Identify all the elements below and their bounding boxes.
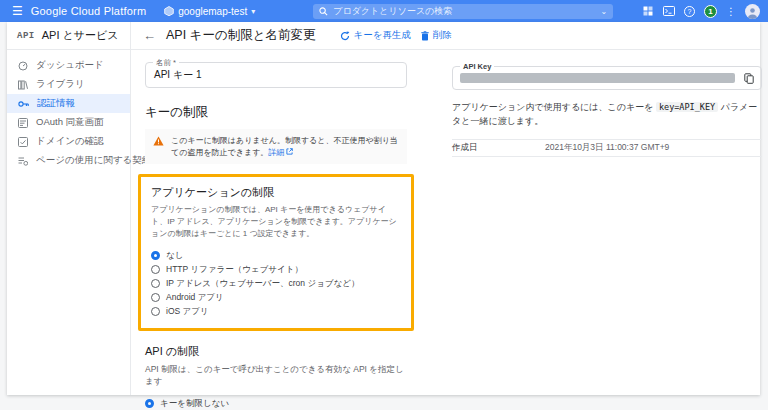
sidebar-item-label: 認証情報 — [37, 97, 75, 110]
chevron-down-icon: ▾ — [251, 7, 255, 16]
sidebar-item-label: ライブラリ — [36, 78, 85, 91]
trash-icon — [421, 31, 429, 41]
created-date-label: 作成日 — [452, 142, 545, 154]
delete-key-label: 削除 — [433, 29, 452, 42]
back-arrow-icon[interactable]: ← — [143, 28, 156, 43]
more-options-icon[interactable]: ⋮ — [726, 6, 736, 17]
radio-icon — [151, 293, 160, 302]
agreement-doc-icon — [18, 156, 28, 166]
application-restrictions-description: アプリケーションの制限では、API キーを使用できるウェブサイト、IP アドレス… — [151, 204, 401, 240]
sidebar-item-library[interactable]: ライブラリ — [7, 75, 130, 94]
radio-option-label: IP アドレス（ウェブサーバー、cron ジョブなど） — [166, 278, 359, 290]
warning-details-link[interactable]: 詳細 — [268, 148, 284, 157]
sidebar-item-label: ダッシュボード — [36, 59, 104, 72]
main-panel: ← API キーの制限と名前変更 キーを再生成 削除 名前 * API キー 1 — [131, 22, 760, 395]
sidebar-header: API API とサービス — [7, 22, 130, 50]
gcp-console-screen: ☰ Google Cloud Platform googlemap-test ▾… — [0, 0, 768, 410]
external-link-icon — [286, 148, 293, 155]
topbar-actions: ? 1 ⋮ — [642, 4, 760, 19]
search-bar[interactable]: ⌄ — [313, 4, 613, 19]
consent-screen-icon — [18, 118, 28, 128]
radio-selected-icon — [145, 399, 154, 408]
radio-option-label: なし — [166, 250, 183, 262]
avatar[interactable] — [745, 4, 760, 19]
api-restrictions-title: API の制限 — [145, 344, 407, 359]
application-restrictions-radio-group: なし HTTP リファラー（ウェブサイト） IP アドレス（ウェブサーバー、cr… — [151, 249, 401, 318]
api-key-code-chip: key=API_KEY — [656, 102, 718, 112]
dashboard-icon — [18, 61, 28, 71]
sidebar-nav: ダッシュボード ライブラリ 認証情報 OAuth 同意画面 ドメインの確認 — [7, 50, 130, 170]
project-hexagon-icon — [164, 6, 174, 16]
warning-text-wrap: このキーに制限はありません。制限すると、不正使用や割り当ての盗用を防止できます。… — [171, 135, 399, 158]
sidebar-item-label: ドメインの確認 — [36, 135, 104, 148]
cloud-shell-grid-icon[interactable] — [642, 5, 654, 17]
main-body: 名前 * API キー 1 キーの制限 このキーに制限はありません。制限すると、… — [131, 50, 760, 410]
restrictions-form: 名前 * API キー 1 キーの制限 このキーに制限はありません。制限すると、… — [145, 62, 407, 410]
refresh-icon — [340, 31, 350, 41]
api-key-masked-value — [460, 73, 735, 83]
radio-option-label: Android アプリ — [166, 292, 224, 304]
radio-option-label: iOS アプリ — [166, 306, 209, 318]
project-name: googlemap-test — [178, 6, 247, 17]
sidebar-item-oauth-consent[interactable]: OAuth 同意画面 — [7, 113, 130, 132]
radio-option-ip-address[interactable]: IP アドレス（ウェブサーバー、cron ジョブなど） — [151, 277, 401, 290]
api-key-usage-text: アプリケーション内で使用するには、このキーを key=API_KEY パラメータ… — [452, 101, 762, 129]
radio-option-android-app[interactable]: Android アプリ — [151, 291, 401, 304]
name-field[interactable]: 名前 * API キー 1 — [145, 62, 407, 88]
page-title: API キーの制限と名前変更 — [166, 27, 316, 44]
project-selector[interactable]: googlemap-test ▾ — [164, 6, 255, 17]
sidebar-item-page-usage-agreements[interactable]: ページの使用に関する契約 — [7, 151, 130, 170]
name-field-label: 名前 * — [153, 58, 179, 68]
person-icon — [746, 6, 759, 19]
radio-selected-icon — [151, 251, 160, 260]
terminal-icon[interactable] — [663, 5, 675, 17]
sidebar: API API とサービス ダッシュボード ライブラリ 認証情報 — [7, 22, 131, 395]
radio-option-ios-app[interactable]: iOS アプリ — [151, 305, 401, 318]
radio-option-none[interactable]: なし — [151, 249, 401, 262]
brand-title: Google Cloud Platform — [31, 5, 146, 17]
api-product-icon: API — [17, 31, 35, 41]
sidebar-product-title: API とサービス — [42, 28, 119, 43]
api-key-panel: API Key アプリケーション内で使用するには、このキーを key=API_K… — [452, 62, 762, 410]
content-card: API API とサービス ダッシュボード ライブラリ 認証情報 — [7, 22, 760, 395]
key-restrictions-title: キーの制限 — [145, 104, 407, 121]
warning-text: このキーに制限はありません。制限すると、不正使用や割り当ての盗用を防止できます。 — [171, 136, 398, 157]
copy-icon[interactable] — [744, 73, 754, 84]
api-restrictions-description: API 制限は、このキーで呼び出すことのできる有効な API を指定します — [145, 364, 407, 388]
search-icon — [319, 7, 328, 16]
radio-option-http-referrer[interactable]: HTTP リファラー（ウェブサイト） — [151, 263, 401, 276]
sidebar-item-dashboard[interactable]: ダッシュボード — [7, 56, 130, 75]
search-expand-icon[interactable]: ⌄ — [601, 7, 608, 16]
api-key-field: API Key — [452, 66, 762, 90]
radio-icon — [151, 279, 160, 288]
application-restrictions-title: アプリケーションの制限 — [151, 185, 401, 200]
search-input[interactable] — [333, 6, 595, 16]
domain-check-icon — [18, 137, 28, 147]
page-header: ← API キーの制限と名前変更 キーを再生成 削除 — [131, 22, 760, 50]
menu-icon[interactable]: ☰ — [12, 4, 23, 18]
regenerate-key-button[interactable]: キーを再生成 — [340, 29, 411, 42]
radio-icon — [151, 265, 160, 274]
name-field-value: API キー 1 — [154, 68, 201, 82]
sidebar-item-credentials[interactable]: 認証情報 — [7, 94, 130, 113]
radio-icon — [151, 307, 160, 316]
topbar: ☰ Google Cloud Platform googlemap-test ▾… — [0, 0, 768, 22]
radio-option-label: HTTP リファラー（ウェブサイト） — [166, 264, 303, 276]
radio-option-dont-restrict-key[interactable]: キーを制限しない — [145, 397, 407, 410]
sidebar-item-domain-verification[interactable]: ドメインの確認 — [7, 132, 130, 151]
regenerate-key-label: キーを再生成 — [354, 29, 411, 42]
api-key-field-label: API Key — [460, 62, 494, 71]
help-icon[interactable]: ? — [684, 6, 695, 17]
library-icon — [18, 80, 28, 90]
notifications-badge[interactable]: 1 — [704, 5, 717, 18]
sidebar-item-label: OAuth 同意画面 — [36, 116, 104, 129]
application-restrictions-section: アプリケーションの制限 アプリケーションの制限では、API キーを使用できるウェ… — [138, 174, 414, 331]
key-icon — [18, 99, 29, 109]
warning-icon — [153, 136, 164, 146]
no-restrictions-warning: このキーに制限はありません。制限すると、不正使用や割り当ての盗用を防止できます。… — [145, 129, 407, 164]
usage-text-before: アプリケーション内で使用するには、このキーを — [452, 102, 656, 112]
created-date-row: 作成日 2021年10月3日 11:00:37 GMT+9 — [452, 139, 762, 157]
radio-option-label: キーを制限しない — [160, 398, 229, 410]
created-date-value: 2021年10月3日 11:00:37 GMT+9 — [545, 142, 669, 154]
delete-key-button[interactable]: 削除 — [421, 29, 452, 42]
